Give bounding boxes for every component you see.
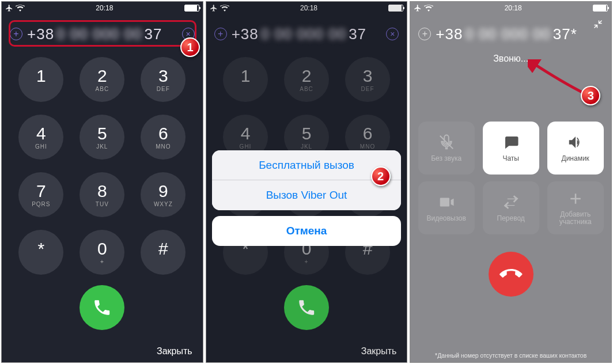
- battery-icon: [593, 5, 608, 12]
- call-controls: Без звука Чаты Динамик Видеовызов Перево…: [410, 122, 611, 234]
- ctrl-add-participant[interactable]: Добавить участника: [547, 181, 604, 234]
- battery-icon: [184, 5, 199, 12]
- status-time: 20:18: [505, 4, 522, 12]
- battery-icon: [388, 5, 403, 12]
- status-time: 20:18: [96, 4, 113, 12]
- end-call-button[interactable]: [489, 252, 533, 297]
- footnote: *Данный номер отсутствует в списке ваших…: [410, 352, 611, 359]
- mute-icon: [438, 134, 455, 151]
- key-star[interactable]: *: [18, 230, 63, 275]
- phone-icon: [92, 298, 112, 317]
- airplane-icon: [5, 4, 13, 12]
- annotation-bubble-3: 3: [581, 86, 600, 105]
- key-1[interactable]: 1: [18, 57, 63, 102]
- phone-icon: [297, 298, 316, 317]
- close-button[interactable]: Закрыть: [361, 346, 397, 357]
- annotation-bubble-2: 2: [371, 166, 391, 186]
- chat-icon: [502, 134, 520, 151]
- sheet-item-viber-out[interactable]: Вызов Viber Out: [212, 180, 402, 210]
- key-6[interactable]: 6MNO: [141, 115, 186, 160]
- ctrl-video[interactable]: Видеовызов: [418, 181, 475, 234]
- number-prefix: +38: [27, 25, 54, 43]
- number-input-row: + +38 0 00 000 00 37*: [410, 19, 611, 49]
- airplane-icon: [210, 4, 218, 12]
- screen-calling: 20:18 + +38 0 00 000 00 37* Звоню... 3 Б…: [410, 1, 612, 363]
- close-button[interactable]: Закрыть: [157, 346, 192, 357]
- annotation-bubble-1: 1: [180, 37, 200, 57]
- phone-icon: [495, 259, 527, 290]
- airplane-icon: [414, 4, 422, 12]
- key-hash[interactable]: #: [141, 230, 186, 275]
- number-suffix: 37: [144, 25, 162, 43]
- key-1[interactable]: 1: [223, 57, 268, 102]
- ctrl-mute[interactable]: Без звука: [418, 122, 475, 175]
- phone-number-field[interactable]: +38 0 00 000 00 37: [22, 25, 182, 43]
- phone-number-field[interactable]: +38 0 00 000 00 37: [227, 25, 387, 43]
- status-time: 20:18: [300, 4, 317, 12]
- key-3[interactable]: 3DEF: [345, 57, 390, 102]
- ctrl-chats[interactable]: Чаты: [483, 122, 539, 175]
- status-bar: 20:18: [206, 2, 407, 14]
- key-5[interactable]: 5JKL: [80, 115, 124, 160]
- key-2[interactable]: 2ABC: [80, 57, 124, 102]
- speaker-icon: [567, 134, 584, 151]
- keypad: 1 2ABC 3DEF 4GHI 5JKL 6MNO 7PQRS 8TUV 9W…: [2, 57, 203, 275]
- key-0[interactable]: 0+: [80, 230, 124, 275]
- transfer-icon: [502, 194, 520, 211]
- status-bar: 20:18: [2, 2, 203, 14]
- phone-number-field: +38 0 00 000 00 37*: [431, 25, 603, 43]
- call-button[interactable]: [80, 285, 124, 330]
- wifi-icon: [16, 5, 25, 12]
- key-4[interactable]: 4GHI: [18, 115, 63, 160]
- number-obscured: 0 00 000 00: [56, 25, 142, 43]
- status-bar: 20:18: [410, 2, 611, 14]
- add-contact-icon[interactable]: +: [10, 28, 22, 40]
- key-3[interactable]: 3DEF: [141, 57, 186, 102]
- backspace-icon[interactable]: ×: [386, 28, 399, 40]
- key-2[interactable]: 2ABC: [284, 57, 329, 102]
- wifi-icon: [220, 5, 229, 12]
- sheet-cancel[interactable]: Отмена: [212, 216, 402, 246]
- number-input-row: + +38 0 00 000 00 37 ×: [206, 19, 407, 49]
- add-contact-icon[interactable]: +: [418, 28, 431, 40]
- screen-dialer: 20:18 + +38 0 00 000 00 37 × 1 1 2ABC 3D…: [1, 1, 203, 363]
- key-7[interactable]: 7PQRS: [18, 172, 63, 217]
- add-contact-icon[interactable]: +: [214, 28, 227, 40]
- action-sheet: Бесплатный вызов Вызов Viber Out Отмена: [212, 150, 402, 246]
- screen-action-sheet: 20:18 + +38 0 00 000 00 37 × 1 2ABC 3DEF…: [206, 1, 408, 363]
- key-9[interactable]: 9WXYZ: [141, 172, 186, 217]
- number-input-row: + +38 0 00 000 00 37 ×: [2, 19, 203, 49]
- plus-icon: [567, 190, 584, 207]
- ctrl-transfer[interactable]: Перевод: [483, 181, 539, 234]
- video-icon: [438, 194, 455, 211]
- minimize-icon[interactable]: [593, 19, 603, 32]
- key-8[interactable]: 8TUV: [80, 172, 124, 217]
- ctrl-speaker[interactable]: Динамик: [547, 122, 604, 175]
- call-button[interactable]: [284, 285, 329, 330]
- wifi-icon: [424, 5, 433, 12]
